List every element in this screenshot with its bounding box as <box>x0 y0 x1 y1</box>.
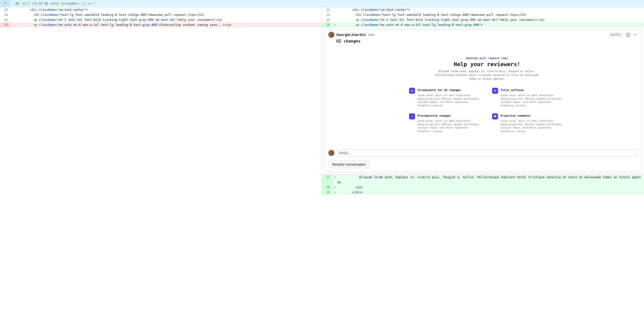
reply-input[interactable] <box>336 149 638 157</box>
diff-marker: + <box>332 22 337 27</box>
author-name[interactable]: GeorgeLinardis <box>336 32 366 37</box>
comment-header: GeorgeLinardis now Author <box>324 30 642 38</box>
comment-title: UI changes <box>324 38 642 46</box>
line-number[interactable]: 16 <box>0 22 10 27</box>
diff-marker <box>332 17 337 22</box>
line-number[interactable]: 17 <box>322 175 332 185</box>
preview-headline: Help your reviewers! <box>342 62 632 67</box>
diff-line[interactable]: 13 <div className="sm:text-center"> <box>322 7 644 12</box>
line-number[interactable]: 15 <box>322 17 332 22</box>
feature-desc: Lorem ipsum, dolor sit amet consectetur … <box>501 119 565 133</box>
feature-title: Proactive comments <box>501 113 565 118</box>
diff-marker: + <box>332 185 337 190</box>
preview-feature: Screenshots for UI changesLorem ipsum, d… <box>409 88 482 107</box>
line-number[interactable]: 13 <box>0 7 10 12</box>
preview-feature: Prerequisite changesLorem ipsum, dolor s… <box>409 113 482 133</box>
smiley-icon <box>626 33 630 37</box>
expand-hunk-button[interactable] <box>0 0 10 7</box>
diff-line[interactable]: 15 <p className="mt-2 text-3xl font-bold… <box>322 17 644 22</box>
code-content: </p> <box>337 185 644 190</box>
author-avatar[interactable] <box>328 32 334 38</box>
diff-line[interactable]: 19+ </div> <box>322 190 644 195</box>
svg-point-1 <box>635 34 636 35</box>
preview-subtext: Aliquam lorem ante, dapibus in, viverra … <box>434 69 540 81</box>
svg-rect-3 <box>411 90 413 91</box>
reply-avatar[interactable] <box>328 150 334 156</box>
ui-preview-panel: Awesome pull request tips Help your revi… <box>336 48 638 143</box>
diff-line[interactable]: 14 <h2 className="text-lg font-semibold … <box>322 12 644 17</box>
preview-feature-grid: Screenshots for UI changesLorem ipsum, d… <box>409 88 565 133</box>
preview-feature: Proactive commentsLorem ipsum, dolor sit… <box>492 113 565 133</box>
unfold-icon <box>3 2 7 6</box>
code-content: <p className="mx-auto mt-6 max-w-2xl tex… <box>15 22 322 27</box>
resolve-conversation-button[interactable]: Resolve conversation <box>328 161 370 168</box>
feature-desc: Lorem ipsum, dolor sit amet consectetur … <box>418 94 482 107</box>
diff-marker <box>10 17 15 22</box>
feature-title: Prerequisite changes <box>418 113 482 118</box>
chat-icon <box>492 113 498 119</box>
diff-right-pane: 13 <div className="sm:text-center">14 <h… <box>322 7 644 195</box>
kebab-icon <box>633 33 637 37</box>
diff-left-pane: 13 <div className="sm:text-center">14 <h… <box>0 7 322 195</box>
line-number[interactable]: 16 <box>322 22 332 27</box>
diff-line[interactable]: 13 <div className="sm:text-center"> <box>0 7 322 12</box>
line-number[interactable]: 14 <box>0 12 10 17</box>
feature-title: Title suffixes <box>501 88 565 93</box>
diff-line[interactable]: 14 <h2 className="text-lg font-semibold … <box>0 12 322 17</box>
svg-rect-4 <box>412 92 413 92</box>
code-content: <div className="sm:text-center"> <box>337 7 644 12</box>
preview-feature: Title suffixesLorem ipsum, dolor sit ame… <box>492 88 565 107</box>
review-comment-container: GeorgeLinardis now Author UI changes <box>322 27 644 175</box>
add-reaction-button[interactable] <box>626 32 631 37</box>
code-content: <h2 className="text-lg font-semibold lea… <box>15 12 322 17</box>
code-content: <div className="sm:text-center"> <box>15 7 322 12</box>
diff-line[interactable]: 18+ </p> <box>322 185 644 190</box>
preview-kicker: Awesome pull request tips <box>342 56 632 61</box>
diff-marker <box>10 7 15 12</box>
monitor-icon <box>409 88 415 94</box>
hunk-header: @@ -13,7 +13,65 @@ const SurveyNew = () … <box>0 0 644 7</box>
comment-timestamp: now <box>368 32 374 37</box>
diff-marker <box>332 7 337 12</box>
comment-menu-button[interactable] <box>633 32 638 37</box>
diff-marker <box>332 12 337 17</box>
diff-line[interactable]: 16+ <p className="mx-auto mt-6 max-w-2xl… <box>322 22 644 27</box>
code-content: Aliquam lorem ante, dapibus in, viverra … <box>337 175 644 185</box>
svg-point-2 <box>636 34 637 35</box>
author-badge: Author <box>609 32 624 37</box>
diff-marker: + <box>332 175 337 185</box>
feature-desc: Lorem ipsum, dolor sit amet consectetur … <box>501 94 565 107</box>
diff-line[interactable]: 17+ Aliquam lorem ante, dapibus in, vive… <box>322 175 644 185</box>
review-comment-card: GeorgeLinardis now Author UI changes <box>324 29 642 172</box>
code-content: <p className="mt-2 text-3xl font-bold tr… <box>15 17 322 22</box>
line-number[interactable]: 18 <box>322 185 332 190</box>
pencil-icon <box>492 88 498 94</box>
diff-marker <box>10 12 15 17</box>
svg-point-0 <box>634 34 634 35</box>
plusminus-icon <box>409 113 415 119</box>
diff-split-view: 13 <div className="sm:text-center">14 <h… <box>0 7 644 195</box>
diff-marker: + <box>332 190 337 195</box>
line-number[interactable]: 13 <box>322 7 332 12</box>
diff-line[interactable]: 16- <p className="mx-auto mt-6 max-w-2xl… <box>0 22 322 27</box>
code-content: <p className="mt-2 text-3xl font-bold tr… <box>337 17 644 22</box>
feature-title: Screenshots for UI changes <box>418 88 482 93</box>
line-number[interactable]: 14 <box>322 12 332 17</box>
line-number[interactable]: 15 <box>0 17 10 22</box>
code-content: </div> <box>337 190 644 195</box>
diff-marker: - <box>10 22 15 27</box>
feature-desc: Lorem ipsum, dolor sit amet consectetur … <box>418 119 482 133</box>
code-content: <p className="mx-auto mt-6 max-w-2xl tex… <box>337 22 644 27</box>
line-number[interactable]: 19 <box>322 190 332 195</box>
diff-line[interactable]: 15 <p className="mt-2 text-3xl font-bold… <box>0 17 322 22</box>
reply-row <box>324 147 642 159</box>
hunk-text: @@ -13,7 +13,65 @@ const SurveyNew = () … <box>10 0 644 7</box>
code-content: <h2 className="text-lg font-semibold lea… <box>337 12 644 17</box>
